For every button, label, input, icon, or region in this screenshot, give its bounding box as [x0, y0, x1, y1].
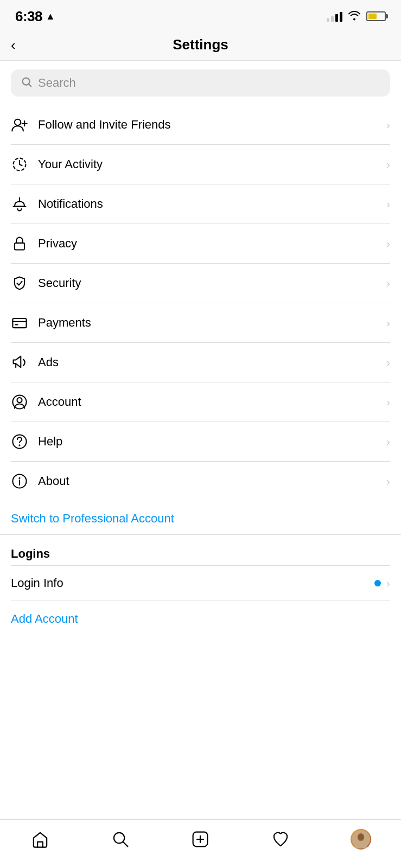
megaphone-icon: [11, 354, 38, 371]
menu-item-account[interactable]: Account ›: [0, 382, 401, 422]
back-button[interactable]: ‹: [11, 38, 16, 52]
menu-item-security[interactable]: Security ›: [0, 264, 401, 303]
add-person-icon: [11, 116, 38, 133]
battery-icon: [366, 11, 386, 21]
follow-invite-label: Follow and Invite Friends: [38, 118, 386, 132]
menu-item-help[interactable]: Help ›: [0, 422, 401, 461]
nav-profile[interactable]: [345, 827, 377, 851]
svg-point-15: [19, 445, 20, 445]
svg-point-2: [15, 119, 21, 125]
menu-item-your-activity[interactable]: Your Activity ›: [0, 145, 401, 184]
chevron-right-icon: ›: [386, 356, 390, 369]
chevron-right-icon: ›: [386, 317, 390, 329]
pro-switch-label: Switch to Professional Account: [11, 512, 174, 525]
chevron-right-icon: ›: [386, 238, 390, 250]
menu-list: Follow and Invite Friends › Your Activit…: [0, 105, 401, 501]
chevron-right-icon: ›: [386, 198, 390, 210]
menu-item-notifications[interactable]: Notifications ›: [0, 184, 401, 224]
question-circle-icon: [11, 433, 38, 450]
info-circle-icon: [11, 473, 38, 490]
avatar: [351, 829, 371, 850]
about-label: About: [38, 474, 386, 488]
lock-icon: [11, 235, 38, 252]
signal-bars-icon: [327, 11, 342, 22]
chevron-right-icon: ›: [386, 119, 390, 131]
ads-label: Ads: [38, 355, 386, 369]
chevron-right-icon: ›: [386, 277, 390, 290]
bottom-nav: [0, 819, 401, 868]
add-account-label: Add Account: [11, 612, 78, 626]
menu-item-payments[interactable]: Payments ›: [0, 303, 401, 342]
credit-card-icon: [11, 314, 38, 331]
chevron-right-icon: ›: [386, 475, 390, 488]
activity-clock-icon: [11, 156, 38, 173]
add-account-button[interactable]: Add Account: [11, 601, 390, 637]
nav-home[interactable]: [24, 827, 56, 851]
account-label: Account: [38, 395, 386, 409]
nav-activity[interactable]: [264, 827, 297, 851]
nav-add[interactable]: [184, 827, 217, 851]
svg-point-18: [19, 478, 20, 478]
login-info-right: ›: [374, 577, 390, 590]
search-container: Search: [0, 61, 401, 105]
menu-item-privacy[interactable]: Privacy ›: [0, 224, 401, 263]
nav-search[interactable]: [104, 827, 137, 851]
switch-to-professional[interactable]: Switch to Professional Account: [0, 501, 401, 534]
notifications-label: Notifications: [38, 197, 386, 211]
shield-check-icon: [11, 275, 38, 292]
your-activity-label: Your Activity: [38, 157, 386, 171]
svg-point-13: [17, 398, 22, 403]
menu-item-about[interactable]: About ›: [0, 462, 401, 501]
svg-point-19: [114, 832, 124, 843]
logins-section: Logins Login Info › Add Account: [0, 535, 401, 637]
svg-point-27: [358, 833, 364, 840]
header: ‹ Settings: [0, 29, 401, 61]
notification-dot: [374, 580, 381, 586]
search-bar[interactable]: Search: [11, 69, 390, 97]
search-icon: [21, 76, 33, 90]
wifi-icon: [348, 10, 361, 23]
chevron-right-icon: ›: [386, 436, 390, 448]
privacy-label: Privacy: [38, 237, 386, 251]
svg-rect-8: [12, 318, 26, 328]
bell-icon: [11, 195, 38, 213]
status-icons: [327, 10, 386, 23]
chevron-right-icon: ›: [386, 577, 390, 590]
chevron-right-icon: ›: [386, 396, 390, 409]
logins-title: Logins: [11, 547, 390, 561]
login-info-label: Login Info: [11, 576, 374, 590]
menu-item-follow-invite[interactable]: Follow and Invite Friends ›: [0, 105, 401, 144]
search-placeholder: Search: [38, 76, 76, 90]
person-circle-icon: [11, 393, 38, 411]
security-label: Security: [38, 276, 386, 290]
status-bar: 6:38 ▲: [0, 0, 401, 29]
menu-item-ads[interactable]: Ads ›: [0, 343, 401, 382]
navigation-icon: ▲: [46, 11, 55, 22]
payments-label: Payments: [38, 316, 386, 330]
chevron-right-icon: ›: [386, 158, 390, 171]
page-title: Settings: [173, 36, 228, 53]
svg-line-1: [29, 84, 31, 86]
help-label: Help: [38, 435, 386, 449]
svg-line-20: [123, 842, 128, 846]
svg-rect-7: [15, 243, 24, 250]
login-info-row[interactable]: Login Info ›: [11, 566, 390, 601]
status-time: 6:38: [15, 8, 42, 25]
